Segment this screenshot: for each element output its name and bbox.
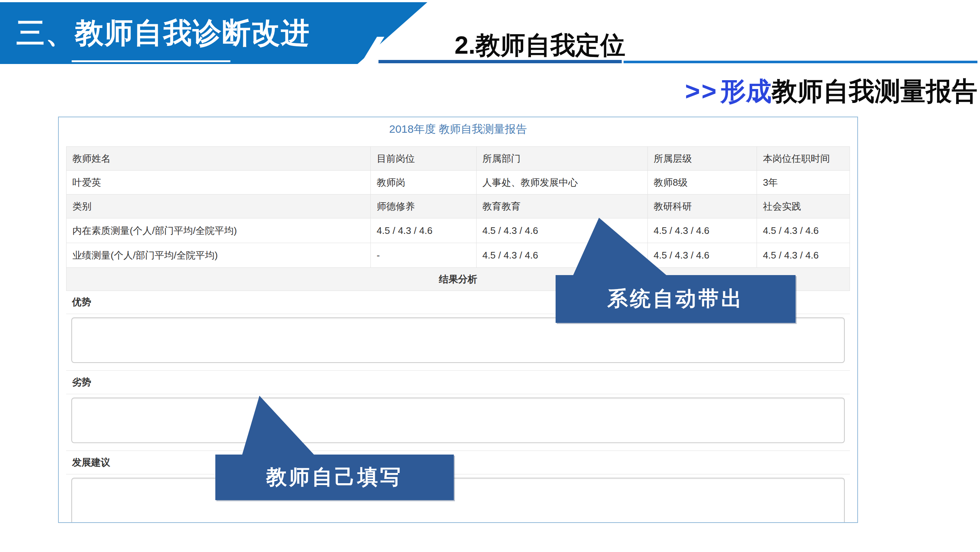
cell-teacher-name: 叶爱英	[67, 171, 371, 195]
callout-auto-filled-text: 系统自动带出	[608, 285, 744, 313]
heading-underline-right	[624, 61, 977, 63]
cell-department: 人事处、教师发展中心	[476, 171, 648, 195]
col-header-teacher-name: 教师姓名	[67, 147, 371, 171]
col-header-department: 所属部门	[476, 147, 648, 171]
row-label-performance: 业绩测量(个人/部门平均/全院平均)	[67, 243, 371, 268]
report-table: 教师姓名 目前岗位 所属部门 所属层级 本岗位任职时间 叶爱英 教师岗 人事处、…	[66, 146, 850, 291]
col-header-teaching: 教育教育	[476, 195, 648, 219]
analysis-sections: 优势 劣势 发展建议	[66, 290, 850, 523]
callout-self-filled: 教师自己填写	[215, 455, 454, 500]
banner: 三、教师自我诊断改进	[0, 2, 427, 64]
info-header-row: 教师姓名 目前岗位 所属部门 所属层级 本岗位任职时间	[67, 147, 850, 171]
score-cell: 4.5 / 4.3 / 4.6	[648, 243, 757, 268]
score-cell: 4.5 / 4.3 / 4.6	[757, 243, 850, 268]
score-cell: 4.5 / 4.3 / 4.6	[757, 219, 850, 243]
callout-self-filled-text: 教师自己填写	[266, 463, 403, 491]
development-suggestion-row	[66, 478, 850, 523]
banner-white-line-decoration	[72, 60, 231, 62]
disadvantages-label: 劣势	[66, 371, 850, 394]
report-title: 2018年度 教师自我测量报告	[59, 122, 857, 137]
banner-title: 三、教师自我诊断改进	[16, 14, 310, 53]
advantages-textarea[interactable]	[71, 317, 845, 363]
development-suggestion-textarea[interactable]	[71, 478, 845, 523]
pointer-rest: 教师自我测量报告	[772, 77, 977, 105]
col-header-tenure: 本岗位任职时间	[757, 147, 850, 171]
score-cell: -	[371, 243, 477, 268]
intrinsic-score-row: 内在素质测量(个人/部门平均/全院平均) 4.5 / 4.3 / 4.6 4.5…	[67, 219, 850, 243]
development-suggestion-label: 发展建议	[66, 451, 850, 474]
col-header-level: 所属层级	[648, 147, 757, 171]
score-cell: 4.5 / 4.3 / 4.6	[648, 219, 757, 243]
cell-level: 教师8级	[648, 171, 757, 195]
info-value-row: 叶爱英 教师岗 人事处、教师发展中心 教师8级 3年	[67, 171, 850, 195]
performance-score-row: 业绩测量(个人/部门平均/全院平均) - 4.5 / 4.3 / 4.6 4.5…	[67, 243, 850, 268]
col-header-research: 教研科研	[648, 195, 757, 219]
cell-current-post: 教师岗	[371, 171, 477, 195]
category-header-row: 类别 师德修养 教育教育 教研科研 社会实践	[67, 195, 850, 219]
score-cell: 4.5 / 4.3 / 4.6	[371, 219, 477, 243]
advantages-row	[66, 317, 850, 371]
col-header-ethics: 师德修养	[371, 195, 477, 219]
callout-auto-filled: 系统自动带出	[555, 275, 795, 323]
disadvantages-textarea[interactable]	[71, 397, 845, 443]
pointer-highlight: 形成	[720, 77, 772, 105]
cell-tenure: 3年	[757, 171, 850, 195]
col-header-current-post: 目前岗位	[371, 147, 477, 171]
chevrons-icon: >>	[685, 77, 718, 105]
col-header-practice: 社会实践	[757, 195, 850, 219]
disadvantages-row	[66, 397, 850, 451]
page-title: 2.教师自我定位	[455, 29, 625, 62]
pointer-caption: >>形成教师自我测量报告	[685, 74, 977, 109]
col-header-category: 类别	[67, 195, 371, 219]
row-label-intrinsic: 内在素质测量(个人/部门平均/全院平均)	[67, 219, 371, 243]
slide: 三、教师自我诊断改进 2.教师自我定位 >>形成教师自我测量报告 2018年度 …	[0, 0, 980, 552]
